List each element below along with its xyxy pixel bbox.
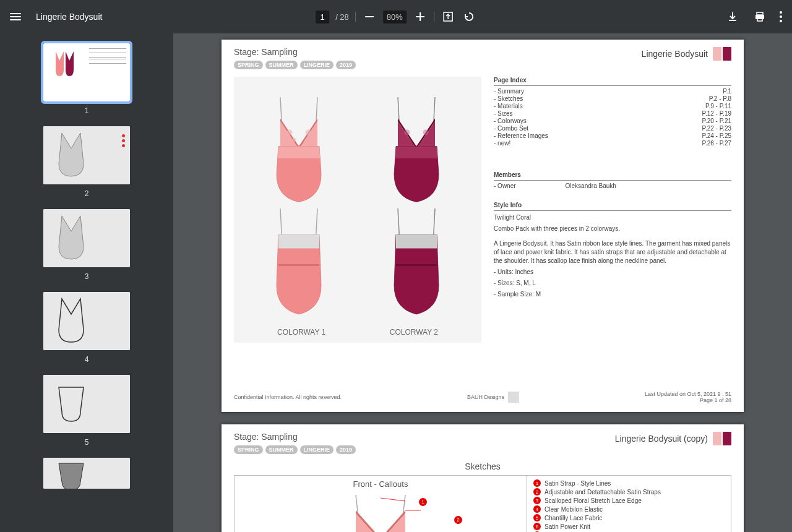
svg-point-9 [293,138,296,142]
toolbar-divider [355,12,356,22]
svg-point-11 [423,130,429,135]
footer-updated: Last Updated on Oct 5, 2021 9 : 51 [645,391,731,397]
product-thumb-icon [713,47,731,61]
tag: SUMMER [265,61,298,69]
product-thumb-icon [713,432,731,445]
product-title: Lingerie Bodysuit [642,47,731,61]
sizes-line: - Sizes: S, M, L [494,279,731,288]
rotate-icon[interactable] [462,9,476,24]
thumb-6[interactable] [43,458,130,489]
tag: SPRING [234,61,263,69]
thumb-3[interactable]: 3 [43,209,130,281]
units-line: - Units: Inches [494,268,731,277]
section-title: Sketches [222,461,744,471]
svg-point-8 [306,130,311,135]
svg-point-10 [405,130,410,135]
sample-line: - Sample Size: M [494,290,731,299]
tag: SUMMER [265,445,298,454]
thumb-1[interactable]: 1 [43,43,130,115]
thumb-4[interactable]: 4 [43,292,130,364]
footer-center: BAUH Designs [467,394,504,400]
tag: LINGERIE [300,445,334,454]
footer-left: Confidential Information. All rights res… [234,394,342,400]
pdf-viewer[interactable]: Stage: Sampling SPRING SUMMER LINGERIE 2… [173,33,792,532]
hamburger-menu-icon[interactable] [10,13,21,20]
colorway-sketch-area: COLORWAY 1 COLORWAY 2 [234,77,481,343]
callouts-list: 1Satin Strap - Style Lines 2Adjustable a… [527,476,731,532]
members-title: Members [494,171,731,178]
style-info-title: Style Info [494,202,731,208]
combo-line: Combo Pack with three pieces in 2 colorw… [494,225,731,233]
thumb-5[interactable]: 5 [43,375,130,447]
bodysuit-burgundy-front [367,95,466,207]
document-title: Lingerie Bodysuit [36,12,102,22]
bodysuit-burgundy-back [367,207,466,318]
info-panel: Page Index - SummaryP.1 - SketchesP.2 - … [494,77,731,343]
tag: LINGERIE [300,61,334,69]
print-icon[interactable] [752,9,767,24]
tag: SPRING [234,445,263,454]
svg-rect-2 [420,12,421,21]
bodysuit-coral-front [249,95,348,207]
pdf-toolbar: Lingerie Bodysuit / 28 80% [0,0,792,33]
zoom-in-button[interactable] [413,9,428,24]
tag: 2019 [336,445,356,454]
pdf-page-1: Stage: Sampling SPRING SUMMER LINGERIE 2… [222,40,744,412]
product-title: Lingerie Bodysuit (copy) [615,432,731,445]
front-callouts-area: Front - Callouts 1 2 [235,476,527,532]
svg-point-7 [287,130,293,135]
tag: 2019 [336,61,356,69]
footer-page-num: Page 1 of 28 [700,397,731,403]
member-role: - Owner [494,182,516,189]
style-description: A Lingerie Bodysuit. It has Satin ribbon… [494,239,731,265]
stage-label: Stage: Sampling [234,432,356,442]
fit-page-icon[interactable] [441,9,455,24]
svg-rect-4 [757,12,763,15]
page-index-title: Page Index [494,77,731,84]
tags-row: SPRING SUMMER LINGERIE 2019 [234,445,356,454]
style-name: Twilight Coral [494,213,731,222]
page-input[interactable] [316,11,329,24]
footer-logo-placeholder [508,392,519,403]
colorway-2-label: COLORWAY 2 [390,328,438,337]
thumbnail-sidebar: 1 2 3 [0,33,173,532]
more-options-icon[interactable] [780,11,782,22]
download-icon[interactable] [725,9,740,24]
member-name: Oleksandra Baukh [566,182,616,189]
stage-label: Stage: Sampling [234,47,356,57]
toolbar-divider [434,12,434,22]
bodysuit-coral-back [249,207,348,318]
thumb-2[interactable]: 2 [43,126,130,198]
tags-row: SPRING SUMMER LINGERIE 2019 [234,61,356,69]
zoom-value: 80% [383,11,407,24]
svg-rect-0 [365,16,374,17]
page-footer: Confidential Information. All rights res… [234,391,731,403]
pdf-page-2: Stage: Sampling SPRING SUMMER LINGERIE 2… [222,424,744,532]
zoom-out-button[interactable] [362,9,377,24]
svg-line-12 [381,498,405,501]
page-total: / 28 [335,12,349,22]
callout-dot: 1 [419,498,427,506]
colorway-1-label: COLORWAY 1 [277,328,325,337]
toolbar-center: / 28 80% [316,9,476,24]
callout-dot: 2 [454,516,462,524]
